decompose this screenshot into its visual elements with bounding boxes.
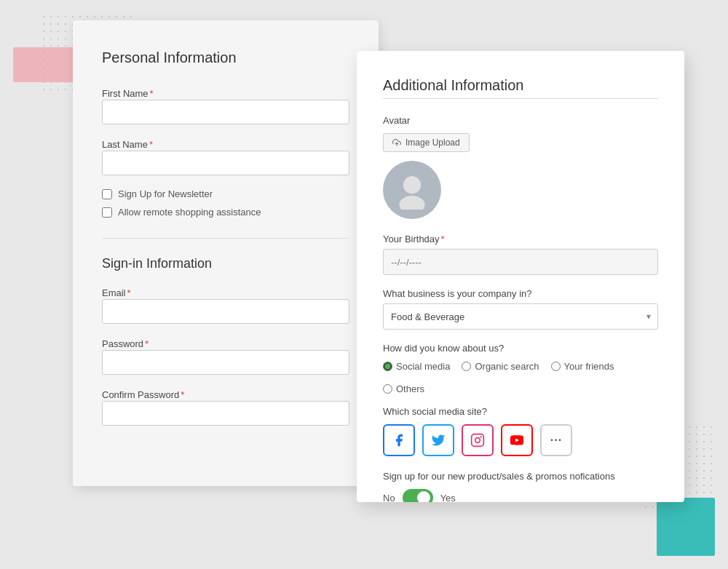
social-site-label: Which social media site? xyxy=(383,406,658,417)
business-select[interactable]: Food & Beverage Technology Retail Health… xyxy=(383,303,658,330)
svg-point-2 xyxy=(399,196,424,210)
card-divider xyxy=(383,98,658,99)
business-label: What business is your company in? xyxy=(383,288,658,299)
business-select-wrap: Food & Beverage Technology Retail Health… xyxy=(383,303,658,330)
toggle-no-label: No xyxy=(383,493,395,503)
first-name-label: First Name* xyxy=(102,88,154,99)
social-icons-row: ··· xyxy=(383,424,658,456)
checkboxes-group: Sign Up for Newsletter Allow remote shop… xyxy=(102,188,349,218)
section-divider xyxy=(102,238,349,239)
newsletter-checkbox[interactable] xyxy=(102,189,112,199)
radio-others[interactable]: Others xyxy=(383,383,424,394)
last-name-label: Last Name* xyxy=(102,139,153,150)
newsletter-checkbox-item: Sign Up for Newsletter xyxy=(102,188,349,199)
confirm-password-input[interactable] xyxy=(102,401,349,426)
radio-organic-search[interactable]: Organic search xyxy=(462,361,539,372)
image-upload-button[interactable]: Image Upload xyxy=(383,133,470,152)
svg-point-1 xyxy=(403,176,421,194)
remote-assist-checkbox[interactable] xyxy=(102,207,112,218)
signin-info-title: Sign-in Information xyxy=(102,256,349,271)
additional-info-card: Additional Information Avatar Image Uplo… xyxy=(357,51,684,502)
radio-organic-search-input[interactable] xyxy=(462,362,471,371)
notifications-label: Sign up for our new product/sales & prom… xyxy=(383,471,658,482)
personal-info-title: Personal Information xyxy=(102,49,349,66)
birthday-input[interactable] xyxy=(383,249,658,275)
radio-your-friends[interactable]: Your friends xyxy=(551,361,614,372)
additional-info-title: Additional Information xyxy=(383,77,658,94)
radio-social-media-input[interactable] xyxy=(383,362,392,371)
newsletter-label: Sign Up for Newsletter xyxy=(118,188,213,199)
svg-rect-3 xyxy=(472,434,484,447)
youtube-icon xyxy=(510,433,524,447)
instagram-icon xyxy=(470,433,485,447)
facebook-icon-button[interactable] xyxy=(383,424,415,456)
more-social-button[interactable]: ··· xyxy=(540,424,572,456)
birthday-label: Your Birthday* xyxy=(383,234,658,244)
email-label: Email* xyxy=(102,287,131,298)
upload-icon xyxy=(392,138,401,147)
source-label: How did you know about us? xyxy=(383,343,658,354)
facebook-icon xyxy=(392,433,406,447)
password-label: Password* xyxy=(102,338,149,349)
toggle-slider xyxy=(403,489,433,502)
youtube-icon-button[interactable] xyxy=(501,424,533,456)
email-input[interactable] xyxy=(102,299,349,324)
instagram-icon-button[interactable] xyxy=(462,424,494,456)
avatar-section-label: Avatar xyxy=(383,115,658,126)
avatar-icon xyxy=(392,170,432,210)
twitter-icon-button[interactable] xyxy=(422,424,454,456)
confirm-password-label: Confirm Password* xyxy=(102,389,184,400)
svg-point-4 xyxy=(475,438,480,443)
password-input[interactable] xyxy=(102,350,349,375)
source-radio-group: Social media Organic search Your friends… xyxy=(383,361,658,394)
more-icon: ··· xyxy=(550,434,562,447)
radio-others-input[interactable] xyxy=(383,384,392,394)
notifications-toggle[interactable] xyxy=(403,489,433,502)
remote-assist-label: Allow remote shopping assistance xyxy=(118,207,261,218)
remote-assist-checkbox-item: Allow remote shopping assistance xyxy=(102,207,349,218)
last-name-input[interactable] xyxy=(102,151,349,175)
required-star: * xyxy=(150,88,154,99)
toggle-yes-label: Yes xyxy=(440,493,456,503)
first-name-input[interactable] xyxy=(102,100,349,124)
teal-decoration xyxy=(657,498,715,556)
avatar-image xyxy=(383,161,441,219)
radio-social-media[interactable]: Social media xyxy=(383,361,450,372)
radio-your-friends-input[interactable] xyxy=(551,362,561,371)
svg-point-5 xyxy=(480,437,481,437)
toggle-row: No Yes xyxy=(383,489,658,502)
personal-info-card: Personal Information First Name* Last Na… xyxy=(73,20,379,486)
twitter-icon xyxy=(431,433,446,447)
